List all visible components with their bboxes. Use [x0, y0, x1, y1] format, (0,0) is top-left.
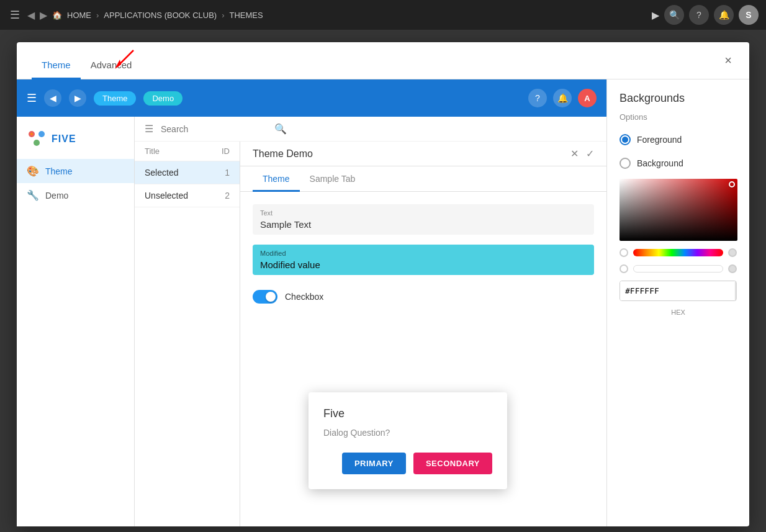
hex-input[interactable] — [620, 281, 735, 300]
demo-sidebar-icon: 🔧 — [27, 189, 39, 201]
hex-label: HEX — [620, 309, 737, 316]
breadcrumb: 🏠 HOME › APPLICATIONS (BOOK CLUB) › THEM… — [52, 11, 263, 20]
color-panel-title: Backgrounds — [620, 92, 737, 105]
table-header: Title ID — [135, 142, 240, 161]
svg-point-5 — [30, 133, 33, 135]
demo-panel-check-btn[interactable]: ✓ — [586, 148, 594, 160]
breadcrumb-app[interactable]: APPLICATIONS (BOOK CLUB) — [104, 11, 217, 20]
foreground-radio-inner — [622, 137, 628, 143]
checkbox-toggle[interactable] — [253, 290, 277, 304]
background-radio[interactable] — [620, 158, 631, 169]
notifications-btn[interactable]: 🔔 — [714, 5, 734, 25]
breadcrumb-home[interactable]: HOME — [67, 11, 91, 20]
modified-field[interactable]: Modified Modified value — [253, 245, 594, 275]
filter-icon[interactable]: ☰ — [145, 123, 153, 135]
chrome-avatar[interactable]: A — [578, 89, 597, 107]
app-preview: ☰ ◀ ▶ Theme Demo ? 🔔 A — [17, 79, 606, 526]
modal-container: Theme Advanced × ☰ — [17, 42, 749, 526]
svg-point-4 — [34, 140, 40, 146]
content-row: Title ID Selected 1 Unselected — [135, 142, 606, 526]
dialog-box: Five Dialog Question? PRIMARY SECONDARY — [309, 392, 507, 489]
gradient-cursor[interactable] — [729, 181, 735, 187]
color-panel: Backgrounds Options Foreground Backgroun… — [606, 79, 749, 526]
tab-advanced[interactable]: Advanced — [81, 60, 142, 79]
chrome-hamburger-icon[interactable]: ☰ — [27, 91, 37, 105]
back-icon[interactable]: ◀ — [27, 9, 35, 21]
chrome-demo-badge[interactable]: Demo — [143, 91, 182, 106]
chrome-help-icon[interactable]: ? — [528, 89, 547, 107]
app-main-area: ☰ 🔍 Titl — [135, 117, 606, 526]
nav-right: ▶ 🔍 ? 🔔 S — [652, 5, 759, 25]
help-btn[interactable]: ? — [689, 5, 709, 25]
demo-tab-theme[interactable]: Theme — [253, 166, 300, 192]
row-1-id: 1 — [205, 168, 230, 178]
sidebar-theme-label: Theme — [45, 166, 73, 176]
foreground-radio[interactable] — [620, 134, 631, 145]
sidebar-item-theme[interactable]: 🎨 Theme — [17, 159, 134, 183]
col-title: Title — [145, 147, 205, 156]
search-btn[interactable]: 🔍 — [664, 5, 684, 25]
demo-panel-close-btn[interactable]: ✕ — [570, 148, 579, 160]
hex-up-arrow[interactable]: ▲ — [736, 282, 737, 291]
rainbow-hue-slider[interactable] — [633, 249, 723, 256]
background-label: Background — [637, 158, 683, 168]
modified-field-label: Modified — [260, 250, 587, 257]
search-box: 🔍 — [161, 123, 273, 135]
dialog-secondary-btn[interactable]: SECONDARY — [413, 453, 492, 474]
chrome-back-btn[interactable]: ◀ — [44, 89, 61, 107]
modal-close-btn[interactable]: × — [722, 51, 734, 70]
sidebar-item-demo[interactable]: 🔧 Demo — [17, 183, 134, 207]
main-background: Theme Advanced × ☰ — [0, 30, 766, 532]
rainbow-slider-left-dot — [620, 248, 628, 257]
demo-tab-sample[interactable]: Sample Tab — [300, 166, 366, 192]
color-gradient-picker[interactable] — [620, 179, 737, 241]
chrome-right-actions: ? 🔔 A — [528, 89, 597, 107]
background-option[interactable]: Background — [620, 155, 737, 171]
logo-text: FIVE — [52, 133, 76, 145]
modified-field-value: Modified value — [260, 259, 587, 270]
app-sidebar: FIVE 🎨 Theme 🔧 Demo — [17, 117, 135, 526]
dialog-actions: PRIMARY SECONDARY — [323, 453, 492, 474]
hex-arrows: ▲ ▼ — [735, 282, 737, 300]
sidebar-logo: FIVE — [17, 124, 134, 159]
tab-theme[interactable]: Theme — [32, 60, 81, 79]
text-field[interactable]: Text Sample Text — [253, 204, 594, 235]
opacity-slider[interactable] — [633, 265, 723, 273]
modal-header: Theme Advanced × — [17, 42, 749, 79]
chrome-forward-btn[interactable]: ▶ — [69, 89, 86, 107]
sidebar-demo-label: Demo — [45, 191, 68, 201]
dialog-question: Dialog Question? — [323, 428, 492, 438]
hex-down-arrow[interactable]: ▼ — [736, 291, 737, 300]
search-magnifier-icon[interactable]: 🔍 — [274, 123, 287, 135]
hamburger-icon[interactable]: ☰ — [7, 6, 22, 24]
search-input[interactable] — [161, 124, 269, 134]
chrome-notifications-icon[interactable]: 🔔 — [553, 89, 572, 107]
breadcrumb-themes[interactable]: THEMES — [229, 11, 263, 20]
demo-panel-title: Theme Demo — [253, 148, 570, 160]
play-icon[interactable]: ▶ — [652, 9, 659, 21]
theme-sidebar-icon: 🎨 — [27, 165, 39, 177]
svg-point-3 — [38, 131, 45, 137]
forward-icon[interactable]: ▶ — [40, 9, 47, 21]
dialog-primary-btn[interactable]: PRIMARY — [342, 453, 406, 474]
table-row[interactable]: Selected 1 — [135, 161, 240, 184]
opacity-slider-right-dot — [728, 264, 737, 273]
foreground-option[interactable]: Foreground — [620, 132, 737, 148]
chrome-theme-badge[interactable]: Theme — [94, 91, 136, 106]
row-2-id: 2 — [205, 191, 230, 201]
rainbow-slider-right-dot — [728, 248, 737, 257]
home-icon[interactable]: 🏠 — [52, 11, 62, 20]
col-id: ID — [205, 147, 230, 156]
rainbow-slider-container — [620, 248, 737, 257]
demo-form-content: Text Sample Text Modified Modified value — [240, 192, 606, 321]
foreground-label: Foreground — [637, 135, 682, 145]
checkbox-label: Checkbox — [285, 292, 323, 302]
app-chrome-bar: ☰ ◀ ▶ Theme Demo ? 🔔 A — [17, 79, 606, 117]
row-2-title: Unselected — [145, 191, 205, 201]
demo-panel-tabs: Theme Sample Tab — [240, 166, 606, 192]
hex-input-container: ▲ ▼ — [620, 281, 737, 301]
table-row[interactable]: Unselected 2 — [135, 184, 240, 207]
breadcrumb-sep-1: › — [96, 11, 99, 20]
user-avatar-btn[interactable]: S — [739, 5, 759, 25]
row-1-title: Selected — [145, 168, 205, 178]
